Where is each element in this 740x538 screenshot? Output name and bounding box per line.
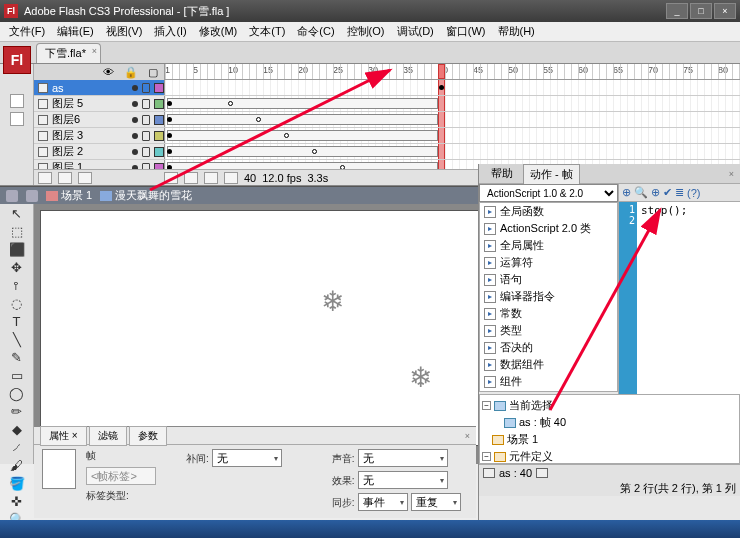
os-taskbar[interactable] [0, 520, 740, 538]
tool-2[interactable]: ⬛ [6, 242, 28, 257]
tool-9[interactable]: ▭ [6, 368, 28, 383]
tool-5[interactable]: ◌ [6, 296, 28, 311]
tool-4[interactable]: ⫯ [6, 278, 28, 293]
tool-7[interactable]: ╲ [6, 332, 28, 347]
snowflake-1[interactable]: ❄ [321, 285, 344, 318]
tool-12[interactable]: ◆ [6, 422, 28, 437]
outline-column-icon[interactable]: ▢ [148, 66, 158, 79]
toolbox-item[interactable]: ▸全局属性 [480, 237, 617, 254]
find-icon[interactable]: 🔍 [634, 186, 648, 199]
tl-tool-2[interactable] [10, 112, 24, 126]
params-tab[interactable]: 参数 [129, 426, 167, 446]
toolbox-item[interactable]: ▸运算符 [480, 254, 617, 271]
edit-multi-button[interactable] [204, 172, 218, 184]
menu-modify[interactable]: 修改(M) [194, 22, 243, 41]
toolbox-item[interactable]: ▸屏幕 [480, 390, 617, 392]
toolbox-item[interactable]: ▸组件 [480, 373, 617, 390]
menu-help[interactable]: 帮助(H) [493, 22, 540, 41]
add-script-icon[interactable]: ⊕ [622, 186, 631, 199]
menu-view[interactable]: 视图(V) [101, 22, 148, 41]
layer-row[interactable]: 图层 2 [34, 144, 740, 160]
minimize-button[interactable]: _ [666, 3, 688, 19]
menu-text[interactable]: 文本(T) [244, 22, 290, 41]
menu-insert[interactable]: 插入(I) [149, 22, 191, 41]
playhead[interactable] [438, 64, 445, 79]
layer-color-swatch[interactable] [154, 83, 164, 93]
toolbox-item[interactable]: ▸全局函数 [480, 203, 617, 220]
symbol-crumb[interactable]: 漫天飘舞的雪花 [100, 188, 192, 203]
layer-row[interactable]: 图层6 [34, 112, 740, 128]
help-tab[interactable]: 帮助 [485, 164, 519, 183]
target-icon[interactable]: ⊕ [651, 186, 660, 199]
code-hint-icon[interactable]: (?) [687, 187, 700, 199]
repeat-select[interactable]: 重复 [411, 493, 461, 511]
menu-window[interactable]: 窗口(W) [441, 22, 491, 41]
menu-debug[interactable]: 调试(D) [392, 22, 439, 41]
layer-lock-icon[interactable] [142, 131, 150, 141]
script-text[interactable]: stop(); [637, 202, 740, 394]
tool-1[interactable]: ⬚ [6, 224, 28, 239]
tool-3[interactable]: ✥ [6, 260, 28, 275]
auto-format-icon[interactable]: ≣ [675, 186, 684, 199]
tool-13[interactable]: ⟋ [6, 440, 28, 455]
menu-edit[interactable]: 编辑(E) [52, 22, 99, 41]
script-navigator[interactable]: −当前选择 as : 帧 40 场景 1 −元件定义 +漫天飘舞的雪花 [479, 394, 740, 464]
stage[interactable]: ❄ ❄ [40, 210, 480, 446]
snowflake-2[interactable]: ❄ [409, 361, 432, 394]
sync-select[interactable]: 事件 [358, 493, 408, 511]
maximize-button[interactable]: □ [690, 3, 712, 19]
tool-16[interactable]: ✜ [6, 494, 28, 509]
frame-tag-input[interactable]: <帧标签> [86, 467, 156, 485]
new-layer-button[interactable] [38, 172, 52, 184]
layer-visible-dot[interactable] [132, 133, 138, 139]
layer-visible-dot[interactable] [132, 101, 138, 107]
collapse-icon-2[interactable]: − [482, 452, 491, 461]
layer-row[interactable]: 图层 5 [34, 96, 740, 112]
tool-0[interactable]: ↖ [6, 206, 28, 221]
layer-lock-icon[interactable] [142, 115, 150, 125]
toolbox-item[interactable]: ▸否决的 [480, 339, 617, 356]
scene-crumb[interactable]: 场景 1 [46, 188, 92, 203]
panel-close-icon[interactable]: × [729, 169, 734, 179]
timeline-ruler[interactable]: 15101520253035404550556065707580859095 [165, 64, 740, 80]
delete-layer-button[interactable] [78, 172, 92, 184]
modify-markers-button[interactable] [224, 172, 238, 184]
layer-color-swatch[interactable] [154, 115, 164, 125]
pin-icon-2[interactable] [536, 468, 548, 478]
close-button[interactable]: × [714, 3, 736, 19]
collapse-icon[interactable]: − [482, 401, 491, 410]
tween-select[interactable]: 无 [212, 449, 282, 467]
menu-commands[interactable]: 命令(C) [292, 22, 339, 41]
tool-11[interactable]: ✏ [6, 404, 28, 419]
properties-tab[interactable]: 属性 × [40, 426, 87, 446]
actionscript-version-select[interactable]: ActionScript 1.0 & 2.0 [479, 184, 618, 202]
layer-visible-dot[interactable] [132, 85, 138, 91]
props-close-icon[interactable]: × [465, 431, 470, 441]
back-button[interactable] [6, 190, 18, 202]
layer-color-swatch[interactable] [154, 147, 164, 157]
layer-name[interactable]: 图层 2 [52, 144, 128, 159]
toolbox-item[interactable]: ▸常数 [480, 305, 617, 322]
onion-outline-button[interactable] [184, 172, 198, 184]
layer-row[interactable]: as [34, 80, 740, 96]
tool-10[interactable]: ◯ [6, 386, 28, 401]
layer-lock-icon[interactable] [142, 99, 150, 109]
layer-color-swatch[interactable] [154, 131, 164, 141]
eye-column-icon[interactable]: 👁 [103, 66, 114, 78]
toolbox-item[interactable]: ▸数据组件 [480, 356, 617, 373]
toolbox-item[interactable]: ▸ActionScript 2.0 类 [480, 220, 617, 237]
onion-skin-button[interactable] [164, 172, 178, 184]
actions-tab[interactable]: 动作 - 帧 [523, 164, 580, 184]
layer-visible-dot[interactable] [132, 117, 138, 123]
script-editor[interactable]: 12 stop(); [619, 202, 740, 394]
layer-lock-icon[interactable] [142, 83, 150, 93]
menu-file[interactable]: 文件(F) [4, 22, 50, 41]
layer-visible-dot[interactable] [132, 149, 138, 155]
new-folder-button[interactable] [58, 172, 72, 184]
layer-color-swatch[interactable] [154, 99, 164, 109]
menu-control[interactable]: 控制(O) [342, 22, 390, 41]
layer-name[interactable]: 图层 3 [52, 128, 128, 143]
filters-tab[interactable]: 滤镜 [89, 426, 127, 446]
layer-name[interactable]: 图层6 [52, 112, 128, 127]
check-syntax-icon[interactable]: ✔ [663, 186, 672, 199]
